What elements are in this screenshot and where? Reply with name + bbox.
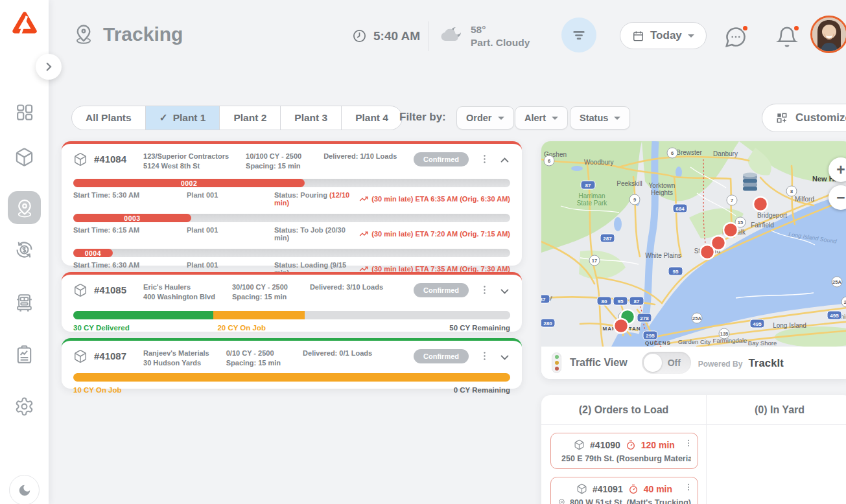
order-customer: Ranjeev's Materials	[143, 349, 209, 358]
package-icon	[14, 147, 34, 167]
map-label: Fairfield	[751, 222, 774, 229]
current-time: 5:40 AM	[352, 29, 420, 43]
filter-lines-icon	[570, 27, 587, 43]
tab-plant-1[interactable]: ✓ Plant 1	[146, 106, 220, 130]
queued-order-41091[interactable]: #41091 40 min 800 W 51st St. (Matt's Tru…	[550, 477, 698, 504]
dark-mode-toggle[interactable]	[9, 475, 40, 504]
report-clipboard-icon	[14, 345, 34, 365]
kebab-menu-icon[interactable]	[684, 483, 693, 492]
segment-delivered	[73, 311, 213, 319]
svg-text:80: 80	[602, 299, 607, 304]
sidebar-item-fleet[interactable]	[14, 293, 34, 313]
kebab-menu-icon[interactable]	[479, 284, 490, 295]
date-range-label: Today	[650, 29, 682, 42]
package-icon	[73, 283, 88, 297]
svg-text:7: 7	[731, 198, 733, 203]
user-avatar[interactable]	[810, 16, 846, 53]
in-yard-header[interactable]: (0) In Yard	[707, 395, 846, 424]
truck-marker-late[interactable]	[614, 319, 628, 333]
svg-text:684: 684	[676, 206, 685, 212]
tab-all-plants[interactable]: All Plants	[72, 106, 146, 130]
plant-tabs: All Plants ✓ Plant 1 Plant 2 Plant 3 Pla…	[71, 106, 403, 130]
sidebar-item-settings[interactable]	[14, 396, 34, 417]
weather-widget: 58° Part. Cloudy	[438, 23, 530, 49]
order-address: 5124 West 8th St	[143, 161, 229, 171]
filter-status-dropdown[interactable]: Status	[570, 106, 630, 130]
dashboard-icon	[14, 102, 34, 122]
filter-alert-dropdown[interactable]: Alert	[515, 106, 568, 130]
road-shield: 95	[613, 297, 628, 305]
chevron-down-icon	[688, 34, 694, 38]
tab-plant-2[interactable]: Plant 2	[220, 106, 281, 130]
svg-text:295: 295	[646, 333, 655, 339]
map-label: Yorktown	[649, 182, 676, 189]
package-icon	[73, 349, 88, 363]
road-shield: 80	[597, 297, 611, 305]
weather-temp: 58°	[471, 23, 530, 36]
status-badge: Confirmed	[414, 283, 469, 297]
map-label: Bay Shore	[748, 339, 777, 347]
expand-chevron-down-icon[interactable]	[499, 286, 510, 297]
order-card-41085[interactable]: #41085 Eric's Haulers 400 Washington Blv…	[62, 272, 522, 332]
truck-marker-late[interactable]	[700, 245, 714, 259]
svg-text:95: 95	[673, 269, 679, 275]
plant-marker[interactable]	[743, 173, 757, 191]
expand-chevron-down-icon[interactable]	[499, 352, 510, 363]
header-filter-button[interactable]	[561, 17, 596, 52]
messages-alert-dot	[742, 25, 749, 32]
truck-marker-late[interactable]	[753, 197, 768, 211]
kebab-menu-icon[interactable]	[684, 439, 693, 448]
svg-text:9: 9	[633, 197, 636, 203]
sidebar-item-reports[interactable]	[14, 345, 34, 365]
tab-plant-4[interactable]: Plant 4	[342, 106, 402, 130]
trending-up-icon	[359, 194, 368, 203]
road-shield: 287	[600, 234, 615, 242]
kebab-menu-icon[interactable]	[479, 350, 490, 361]
sidebar-item-dashboard[interactable]	[14, 102, 34, 122]
svg-text:87: 87	[541, 297, 546, 303]
sidebar-expand-button[interactable]	[36, 54, 62, 80]
chevron-down-icon	[498, 117, 504, 120]
queued-order-41090[interactable]: #41090 120 min 250 E 79th St. (Rosenburg…	[550, 433, 698, 469]
order-delivered: Delivered: 1/10 Loads	[323, 152, 397, 161]
collapse-chevron-up-icon[interactable]	[499, 155, 510, 166]
svg-text:135: 135	[720, 331, 729, 337]
truck-marker-late[interactable]	[723, 223, 738, 237]
order-customer: 123/Superior Contractors	[143, 152, 229, 161]
company-logo[interactable]	[10, 10, 39, 36]
avatar-image	[812, 17, 846, 51]
tab-plant-3[interactable]: Plant 3	[281, 106, 342, 130]
truck-number: 0004	[85, 249, 101, 257]
road-shield: 6	[667, 148, 677, 158]
road-shield: 25A	[692, 313, 702, 323]
customize-button[interactable]: Customize	[762, 104, 846, 132]
truck-row: 0002 Start Time: 5:30 AM Plant 001 Statu…	[62, 179, 522, 207]
header-divider	[428, 21, 429, 51]
traffic-view-toggle[interactable]: Off	[642, 352, 691, 374]
remaining-label: 0 CY Remaining	[454, 386, 510, 394]
truck-progress-fill: 0002	[73, 179, 305, 187]
kebab-menu-icon[interactable]	[479, 154, 490, 165]
order-quantity: 0/10 CY - 2500	[226, 349, 281, 358]
sidebar-item-tracking[interactable]	[8, 191, 41, 224]
order-quantity: 30/100 CY - 2500	[232, 282, 288, 292]
status-badge: Confirmed	[414, 349, 469, 363]
in-yard-column	[707, 425, 846, 504]
order-card-41084[interactable]: #41084 123/Superior Contractors 5124 Wes…	[62, 141, 522, 266]
delivered-label: 30 CY Delivered	[73, 324, 130, 332]
cloud-moon-icon	[438, 23, 464, 45]
road-shield: 278	[637, 314, 652, 322]
messages-button[interactable]	[724, 25, 747, 49]
sidebar-item-orders[interactable]	[14, 147, 34, 167]
tracking-pin-icon	[73, 23, 95, 45]
truck-eta: (30 min late) ETA 6:35 AM (Orig. 6:30 AM…	[371, 195, 510, 203]
order-card-41087[interactable]: #41087 Ranjeev's Materials 30 Hudson Yar…	[62, 338, 522, 389]
notifications-button[interactable]	[775, 25, 799, 49]
sidebar-item-billing[interactable]	[14, 240, 34, 260]
on-job-label: 20 CY On Job	[217, 324, 266, 332]
date-range-button[interactable]: Today	[620, 22, 707, 49]
map[interactable]: GoshenWoodburyBrewsterDanburyPeekskillYo…	[541, 141, 846, 347]
weather-condition: Part. Cloudy	[471, 36, 530, 49]
orders-to-load-header[interactable]: (2) Orders to Load	[541, 395, 707, 424]
filter-order-dropdown[interactable]: Order	[456, 106, 514, 130]
